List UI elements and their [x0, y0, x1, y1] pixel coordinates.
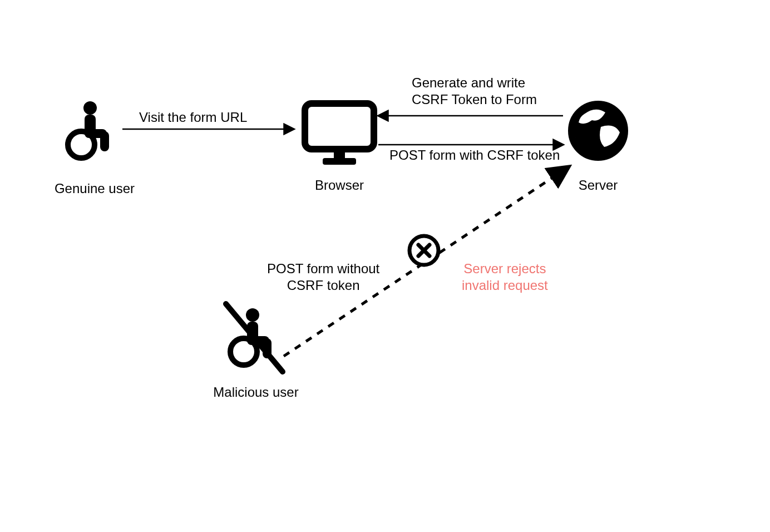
edge-label-post-without-csrf: POST form without CSRF token: [267, 260, 379, 294]
diagram-canvas: [0, 0, 770, 532]
svg-point-0: [83, 101, 97, 115]
server-label: Server: [556, 177, 640, 194]
edge-label-generate-csrf: Generate and write CSRF Token to Form: [412, 75, 537, 108]
malicious-user-label: Malicious user: [195, 384, 317, 401]
svg-point-4: [68, 131, 95, 158]
edge-label-visit-form: Visit the form URL: [139, 109, 247, 126]
svg-rect-3: [100, 131, 109, 151]
edge-label-reject: Server rejects invalid request: [462, 260, 548, 294]
genuine-user-icon: [61, 100, 117, 164]
browser-label: Browser: [289, 177, 389, 194]
reject-icon: [406, 233, 442, 270]
malicious-user-icon: [217, 301, 289, 381]
server-icon: [567, 100, 629, 164]
svg-rect-7: [323, 158, 356, 165]
csrf-diagram: Genuine user Browser Server: [0, 0, 770, 532]
svg-point-10: [246, 308, 259, 322]
svg-point-14: [230, 338, 257, 365]
browser-icon: [300, 100, 378, 169]
edge-label-post-with-csrf: POST form with CSRF token: [389, 147, 560, 164]
svg-rect-5: [305, 104, 374, 149]
svg-rect-6: [334, 149, 345, 159]
genuine-user-label: Genuine user: [39, 180, 150, 197]
